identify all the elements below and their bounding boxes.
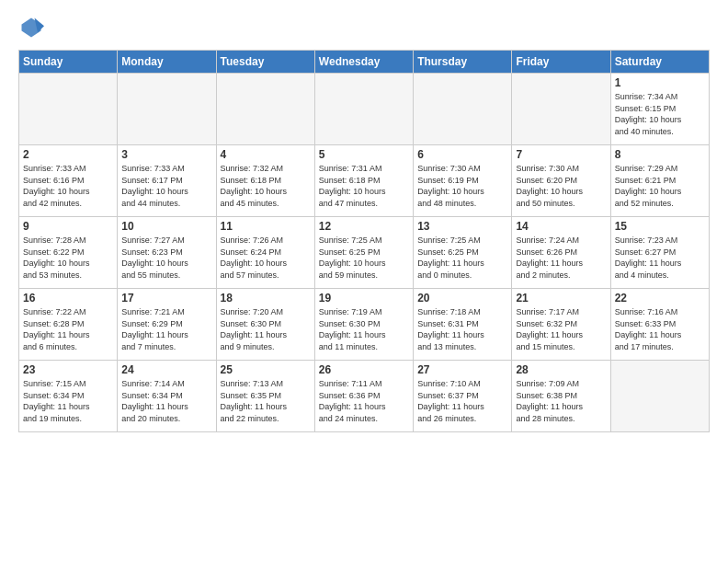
day-cell: 16Sunrise: 7:22 AM Sunset: 6:28 PM Dayli… <box>19 289 118 361</box>
weekday-friday: Friday <box>512 51 610 74</box>
day-number: 17 <box>121 292 211 304</box>
day-number: 6 <box>417 148 507 161</box>
day-number: 10 <box>121 220 211 233</box>
day-number: 5 <box>319 148 409 161</box>
day-info: Sunrise: 7:33 AM Sunset: 6:17 PM Dayligh… <box>121 163 211 209</box>
day-cell: 4Sunrise: 7:32 AM Sunset: 6:18 PM Daylig… <box>216 145 314 217</box>
day-number: 26 <box>319 363 409 376</box>
weekday-saturday: Saturday <box>610 51 709 74</box>
week-row-4: 23Sunrise: 7:15 AM Sunset: 6:34 PM Dayli… <box>19 361 710 432</box>
day-cell: 11Sunrise: 7:26 AM Sunset: 6:24 PM Dayli… <box>216 217 314 289</box>
day-info: Sunrise: 7:19 AM Sunset: 6:30 PM Dayligh… <box>319 306 409 352</box>
day-info: Sunrise: 7:33 AM Sunset: 6:16 PM Dayligh… <box>23 163 113 209</box>
day-number: 12 <box>319 220 409 233</box>
day-number: 23 <box>23 363 113 376</box>
day-number: 19 <box>319 292 409 304</box>
weekday-tuesday: Tuesday <box>216 51 314 74</box>
day-cell: 10Sunrise: 7:27 AM Sunset: 6:23 PM Dayli… <box>118 217 216 289</box>
day-number: 27 <box>417 363 507 376</box>
day-cell: 17Sunrise: 7:21 AM Sunset: 6:29 PM Dayli… <box>118 289 216 361</box>
day-number: 13 <box>417 220 507 233</box>
day-number: 24 <box>121 363 211 376</box>
day-info: Sunrise: 7:21 AM Sunset: 6:29 PM Dayligh… <box>121 306 211 352</box>
weekday-wednesday: Wednesday <box>314 51 413 74</box>
day-cell: 14Sunrise: 7:24 AM Sunset: 6:26 PM Dayli… <box>512 217 610 289</box>
day-info: Sunrise: 7:15 AM Sunset: 6:34 PM Dayligh… <box>23 378 113 424</box>
day-number: 21 <box>516 292 606 304</box>
day-number: 16 <box>23 292 113 304</box>
day-info: Sunrise: 7:28 AM Sunset: 6:22 PM Dayligh… <box>23 235 113 281</box>
day-number: 8 <box>615 148 705 161</box>
page: SundayMondayTuesdayWednesdayThursdayFrid… <box>0 0 728 563</box>
day-cell <box>314 74 413 145</box>
day-cell: 5Sunrise: 7:31 AM Sunset: 6:18 PM Daylig… <box>314 145 413 217</box>
day-info: Sunrise: 7:17 AM Sunset: 6:32 PM Dayligh… <box>516 306 606 352</box>
weekday-sunday: Sunday <box>19 51 118 74</box>
day-cell: 13Sunrise: 7:25 AM Sunset: 6:25 PM Dayli… <box>414 217 512 289</box>
day-info: Sunrise: 7:26 AM Sunset: 6:24 PM Dayligh… <box>221 235 311 281</box>
day-number: 11 <box>221 220 311 233</box>
day-number: 4 <box>221 148 311 161</box>
day-info: Sunrise: 7:25 AM Sunset: 6:25 PM Dayligh… <box>417 235 507 281</box>
day-cell: 15Sunrise: 7:23 AM Sunset: 6:27 PM Dayli… <box>610 217 709 289</box>
weekday-header-row: SundayMondayTuesdayWednesdayThursdayFrid… <box>19 51 710 74</box>
day-number: 14 <box>516 220 606 233</box>
day-cell: 28Sunrise: 7:09 AM Sunset: 6:38 PM Dayli… <box>512 361 610 432</box>
day-number: 25 <box>221 363 311 376</box>
day-number: 20 <box>417 292 507 304</box>
weekday-monday: Monday <box>118 51 216 74</box>
day-cell <box>414 74 512 145</box>
day-info: Sunrise: 7:20 AM Sunset: 6:30 PM Dayligh… <box>221 306 311 352</box>
day-info: Sunrise: 7:13 AM Sunset: 6:35 PM Dayligh… <box>221 378 311 424</box>
day-cell: 1Sunrise: 7:34 AM Sunset: 6:15 PM Daylig… <box>610 74 709 145</box>
day-info: Sunrise: 7:32 AM Sunset: 6:18 PM Dayligh… <box>221 163 311 209</box>
week-row-1: 2Sunrise: 7:33 AM Sunset: 6:16 PM Daylig… <box>19 145 710 217</box>
header <box>18 15 710 40</box>
day-info: Sunrise: 7:10 AM Sunset: 6:37 PM Dayligh… <box>417 378 507 424</box>
day-info: Sunrise: 7:22 AM Sunset: 6:28 PM Dayligh… <box>23 306 113 352</box>
day-cell: 25Sunrise: 7:13 AM Sunset: 6:35 PM Dayli… <box>216 361 314 432</box>
day-cell: 20Sunrise: 7:18 AM Sunset: 6:31 PM Dayli… <box>414 289 512 361</box>
day-cell <box>610 361 709 432</box>
day-cell: 3Sunrise: 7:33 AM Sunset: 6:17 PM Daylig… <box>118 145 216 217</box>
day-info: Sunrise: 7:23 AM Sunset: 6:27 PM Dayligh… <box>615 235 705 281</box>
week-row-0: 1Sunrise: 7:34 AM Sunset: 6:15 PM Daylig… <box>19 74 710 145</box>
day-cell: 26Sunrise: 7:11 AM Sunset: 6:36 PM Dayli… <box>314 361 413 432</box>
day-cell: 9Sunrise: 7:28 AM Sunset: 6:22 PM Daylig… <box>19 217 118 289</box>
logo <box>18 15 48 40</box>
day-info: Sunrise: 7:18 AM Sunset: 6:31 PM Dayligh… <box>417 306 507 352</box>
day-cell: 27Sunrise: 7:10 AM Sunset: 6:37 PM Dayli… <box>414 361 512 432</box>
day-info: Sunrise: 7:16 AM Sunset: 6:33 PM Dayligh… <box>615 306 705 352</box>
day-info: Sunrise: 7:25 AM Sunset: 6:25 PM Dayligh… <box>319 235 409 281</box>
day-number: 3 <box>121 148 211 161</box>
day-cell <box>19 74 118 145</box>
day-cell: 18Sunrise: 7:20 AM Sunset: 6:30 PM Dayli… <box>216 289 314 361</box>
day-info: Sunrise: 7:30 AM Sunset: 6:20 PM Dayligh… <box>516 163 606 209</box>
day-info: Sunrise: 7:29 AM Sunset: 6:21 PM Dayligh… <box>615 163 705 209</box>
weekday-thursday: Thursday <box>414 51 512 74</box>
day-number: 22 <box>615 292 705 304</box>
day-cell: 7Sunrise: 7:30 AM Sunset: 6:20 PM Daylig… <box>512 145 610 217</box>
day-cell: 12Sunrise: 7:25 AM Sunset: 6:25 PM Dayli… <box>314 217 413 289</box>
day-number: 15 <box>615 220 705 233</box>
day-info: Sunrise: 7:24 AM Sunset: 6:26 PM Dayligh… <box>516 235 606 281</box>
logo-icon <box>18 15 44 40</box>
day-info: Sunrise: 7:09 AM Sunset: 6:38 PM Dayligh… <box>516 378 606 424</box>
week-row-3: 16Sunrise: 7:22 AM Sunset: 6:28 PM Dayli… <box>19 289 710 361</box>
day-info: Sunrise: 7:11 AM Sunset: 6:36 PM Dayligh… <box>319 378 409 424</box>
day-info: Sunrise: 7:27 AM Sunset: 6:23 PM Dayligh… <box>121 235 211 281</box>
day-info: Sunrise: 7:31 AM Sunset: 6:18 PM Dayligh… <box>319 163 409 209</box>
day-number: 7 <box>516 148 606 161</box>
day-cell: 8Sunrise: 7:29 AM Sunset: 6:21 PM Daylig… <box>610 145 709 217</box>
day-cell <box>512 74 610 145</box>
day-cell: 2Sunrise: 7:33 AM Sunset: 6:16 PM Daylig… <box>19 145 118 217</box>
day-cell: 6Sunrise: 7:30 AM Sunset: 6:19 PM Daylig… <box>414 145 512 217</box>
day-cell: 19Sunrise: 7:19 AM Sunset: 6:30 PM Dayli… <box>314 289 413 361</box>
day-number: 18 <box>221 292 311 304</box>
day-cell <box>216 74 314 145</box>
day-cell <box>118 74 216 145</box>
day-info: Sunrise: 7:34 AM Sunset: 6:15 PM Dayligh… <box>615 91 705 137</box>
day-number: 9 <box>23 220 113 233</box>
day-number: 2 <box>23 148 113 161</box>
day-cell: 23Sunrise: 7:15 AM Sunset: 6:34 PM Dayli… <box>19 361 118 432</box>
